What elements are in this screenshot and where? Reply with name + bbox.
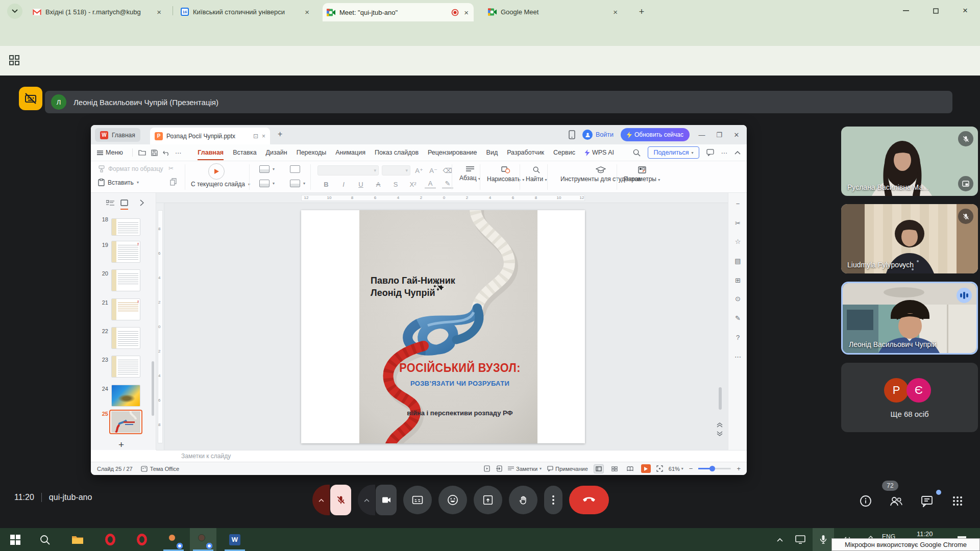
play-from-current-icon-button[interactable] <box>208 163 225 180</box>
menu-developer[interactable]: Разработчик <box>502 149 549 156</box>
collapse-ribbon-icon[interactable] <box>734 151 741 155</box>
comment-icon[interactable] <box>706 149 714 156</box>
paragraph-button[interactable]: Абзац ▾ <box>459 166 480 182</box>
reactions-button[interactable] <box>438 486 467 514</box>
tab-close-icon[interactable]: × <box>463 9 470 16</box>
book-cover[interactable]: Павло Гай-Нижник Леонід Чупрій РОСІЙСЬКИ… <box>359 210 537 443</box>
mobile-app-icon[interactable] <box>569 130 575 139</box>
wps-signin-button[interactable]: Войти <box>582 130 614 140</box>
menu-transitions[interactable]: Переходы <box>292 149 331 156</box>
end-call-button[interactable] <box>569 486 609 514</box>
copy-button[interactable] <box>170 178 177 186</box>
collapse-panel-icon[interactable]: − <box>728 200 747 208</box>
tray-expand-button[interactable] <box>772 528 788 551</box>
tab-gmail[interactable]: Вхідні (1 518) - r.martych@kubg × <box>29 4 166 19</box>
effects-icon[interactable]: ☆ <box>728 238 747 245</box>
menu-home[interactable]: Главная <box>193 149 228 156</box>
shadow-button[interactable]: S <box>390 181 401 188</box>
wps-close-button[interactable]: ✕ <box>731 131 742 139</box>
keyboard-off-chip[interactable] <box>19 87 42 110</box>
opera-button-1[interactable] <box>99 528 121 551</box>
slide-thumbnail-23[interactable] <box>111 356 140 378</box>
tab-close-icon[interactable]: × <box>156 8 162 16</box>
slide-thumbnail-20[interactable] <box>111 269 140 291</box>
slide-thumbnail-22[interactable] <box>111 327 140 349</box>
window-minimize-button[interactable] <box>894 0 918 21</box>
cut-button[interactable]: ✂ <box>168 165 174 172</box>
camera-toggle-button[interactable] <box>376 485 397 515</box>
tab-close-icon[interactable]: × <box>612 8 619 16</box>
slide-thumbnail-24[interactable] <box>111 385 140 407</box>
strikethrough-button[interactable]: A <box>373 181 384 188</box>
theme-label[interactable]: Тема Office <box>150 466 180 472</box>
wps-new-tab-button[interactable]: + <box>278 130 282 139</box>
normal-view-button[interactable] <box>594 464 604 473</box>
overflow-participants-tile[interactable]: Р Є Ще 68 осіб <box>841 363 978 432</box>
new-tab-button[interactable]: + <box>634 4 649 19</box>
previous-slide-button[interactable] <box>716 422 723 428</box>
chrome-button-2-active[interactable] <box>190 528 216 551</box>
zoom-out-button[interactable]: − <box>689 465 693 472</box>
menu-design[interactable]: Дизайн <box>261 149 292 156</box>
canvas-scrollbar[interactable] <box>719 387 722 410</box>
mic-mute-button[interactable] <box>330 485 351 515</box>
tab-google-meet[interactable]: Google Meet × <box>484 4 623 19</box>
slide-layout-button[interactable]: ▾ <box>259 180 275 187</box>
tab-search-button[interactable] <box>7 4 22 19</box>
participant-tile-speaking[interactable]: Леонід Васильович Чупрій <box>841 282 978 355</box>
font-color-button[interactable]: A <box>425 180 436 189</box>
save-icon[interactable] <box>151 149 158 156</box>
font-family-select[interactable]: ▾ <box>317 165 379 176</box>
menu-review[interactable]: Рецензирование <box>423 149 482 156</box>
history-icon[interactable]: ⊙ <box>728 295 747 303</box>
slide-thumbnail-19[interactable]: ! <box>111 241 140 263</box>
italic-button[interactable]: I <box>338 181 349 188</box>
slide-thumbnail-21[interactable]: ! <box>111 298 140 320</box>
apps-grid-icon[interactable] <box>9 55 19 65</box>
activities-button[interactable] <box>950 494 965 508</box>
comment-insert-button[interactable]: Примечание <box>547 466 588 472</box>
taskbar-clock[interactable]: 11:20 <box>917 530 933 538</box>
share-button[interactable]: Поделиться▾ <box>648 146 699 159</box>
tab-meet-active[interactable]: Meet: "qui-jtub-ano" × <box>323 3 474 21</box>
draw-button[interactable]: Нарисовать ▾ <box>487 166 524 183</box>
slide-sorter-view-button[interactable] <box>609 464 620 473</box>
mic-options-button[interactable] <box>312 485 330 515</box>
layout-panel-icon[interactable]: ▤ <box>728 257 747 265</box>
menu-view[interactable]: Вид <box>482 149 503 156</box>
open-file-icon[interactable] <box>138 149 146 156</box>
captions-button[interactable] <box>403 486 432 514</box>
more-quick-icons[interactable]: ⋯ <box>175 149 182 157</box>
start-button[interactable] <box>4 528 27 551</box>
menu-slideshow[interactable]: Показ слайдов <box>370 149 423 156</box>
chat-button[interactable] <box>920 494 934 508</box>
participant-tile-2[interactable]: Liudmyla Fylypovych <box>841 204 978 273</box>
presenter-banner[interactable]: Л Леонід Васильович Чупрій (Презентація) <box>45 91 952 113</box>
chrome-button-1[interactable] <box>162 528 185 551</box>
font-size-select[interactable]: ▾ <box>382 165 410 176</box>
paste-button[interactable]: Вставить▾ <box>98 179 139 186</box>
reset-slide-button[interactable] <box>290 165 300 173</box>
slide-section-button[interactable]: ▾ <box>290 180 305 187</box>
underline-button[interactable]: U <box>355 181 366 188</box>
more-options-button[interactable] <box>544 486 562 514</box>
menu-animation[interactable]: Анимация <box>331 149 370 156</box>
meeting-details-button[interactable] <box>859 494 873 508</box>
grid-panel-icon[interactable]: ⊞ <box>728 277 747 284</box>
present-button[interactable] <box>474 486 502 514</box>
menu-wps-ai[interactable]: WPS AI <box>580 149 619 156</box>
wps-minimize-button[interactable]: — <box>697 131 707 139</box>
wps-document-tab[interactable]: P Розпад Росії Чупрій.pptx ⊡ × <box>150 128 270 144</box>
shrink-font-button[interactable]: A⁻ <box>428 167 439 174</box>
ribbon-more-icon[interactable]: ⋯ <box>721 149 728 157</box>
zoom-in-button[interactable]: + <box>737 465 741 472</box>
wps-menu-button[interactable]: Меню <box>91 149 129 156</box>
slide-thumbnail-25-selected[interactable] <box>109 410 142 434</box>
window-close-button[interactable]: × <box>953 0 977 21</box>
notes-strip[interactable]: Заметки к слайду <box>156 450 747 462</box>
participants-button[interactable] <box>889 494 903 508</box>
from-current-slide-button[interactable]: С текущего слайда▾ <box>191 181 250 188</box>
panel-scrollbar[interactable] <box>152 361 154 416</box>
wps-upgrade-button[interactable]: Обновить сейчас <box>621 128 690 141</box>
find-button[interactable]: Найти ▾ <box>526 166 547 183</box>
